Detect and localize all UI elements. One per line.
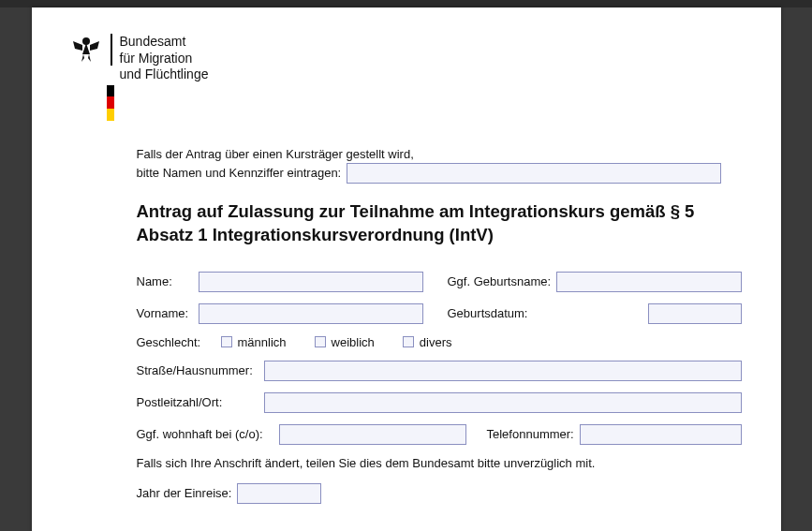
label-strasse: Straße/Hausnummer:: [137, 363, 258, 377]
co-field[interactable]: [279, 424, 466, 445]
logo-divider: [111, 34, 112, 66]
plzort-field[interactable]: [264, 392, 742, 413]
agency-line2: für Migration: [120, 51, 209, 67]
row-geschlecht: Geschlecht: männlich weiblich divers: [137, 335, 742, 349]
strasse-field[interactable]: [264, 361, 742, 381]
row-jahr: Jahr der Einreise:: [137, 483, 742, 504]
checkbox-maennlich[interactable]: [221, 336, 232, 347]
row-co: Ggf. wohnhaft bei (c/o): Telefonnummer:: [137, 424, 742, 445]
label-vorname: Vorname:: [137, 306, 193, 320]
label-telefon: Telefonnummer:: [487, 427, 574, 441]
form-title: Antrag auf Zulassung zur Teilnahme am In…: [137, 200, 742, 247]
german-flag-bar: [107, 85, 114, 121]
address-change-note: Falls sich Ihre Anschrift ändert, teilen…: [137, 456, 742, 470]
intro-line2: bitte Namen und Kennziffer eintragen:: [137, 164, 342, 183]
label-maennlich: männlich: [238, 335, 287, 349]
checkbox-divers[interactable]: [403, 336, 414, 347]
label-name: Name:: [137, 274, 193, 288]
label-divers: divers: [420, 335, 452, 349]
form-content: Falls der Antrag über einen Kursträger g…: [137, 145, 742, 504]
viewer-topbar: [0, 0, 812, 7]
label-jahr: Jahr der Einreise:: [137, 486, 232, 500]
agency-name: Bundesamt für Migration und Flüchtlinge: [120, 34, 209, 83]
label-plzort: Postleitzahl/Ort:: [137, 395, 258, 409]
intro-line1: Falls der Antrag über einen Kursträger g…: [137, 145, 742, 164]
telefon-field[interactable]: [580, 424, 742, 445]
checkbox-weiblich[interactable]: [315, 336, 326, 347]
label-weiblich: weiblich: [332, 335, 375, 349]
geburtsdatum-field[interactable]: [648, 303, 742, 324]
row-name: Name: Ggf. Geburtsname:: [137, 272, 742, 292]
label-geschlecht: Geschlecht:: [137, 335, 215, 349]
row-vorname: Vorname: Geburtsdatum:: [137, 303, 742, 324]
label-geburtsdatum: Geburtsdatum:: [448, 306, 549, 320]
kurstraeger-field[interactable]: [347, 163, 721, 184]
agency-line3: und Flüchtlinge: [120, 66, 209, 83]
agency-logo-block: Bundesamt für Migration und Flüchtlinge: [71, 34, 742, 83]
jahr-field[interactable]: [237, 483, 321, 504]
name-field[interactable]: [199, 272, 423, 292]
label-co: Ggf. wohnhaft bei (c/o):: [137, 427, 273, 441]
federal-eagle-icon: [71, 34, 101, 66]
agency-line1: Bundesamt: [120, 34, 209, 51]
document-page: Bundesamt für Migration und Flüchtlinge …: [32, 7, 781, 531]
label-geburtsname: Ggf. Geburtsname:: [448, 274, 552, 288]
row-strasse: Straße/Hausnummer:: [137, 361, 742, 381]
row-plzort: Postleitzahl/Ort:: [137, 392, 742, 413]
geburtsname-field[interactable]: [556, 272, 741, 292]
intro-text: Falls der Antrag über einen Kursträger g…: [137, 145, 742, 184]
vorname-field[interactable]: [199, 303, 423, 324]
